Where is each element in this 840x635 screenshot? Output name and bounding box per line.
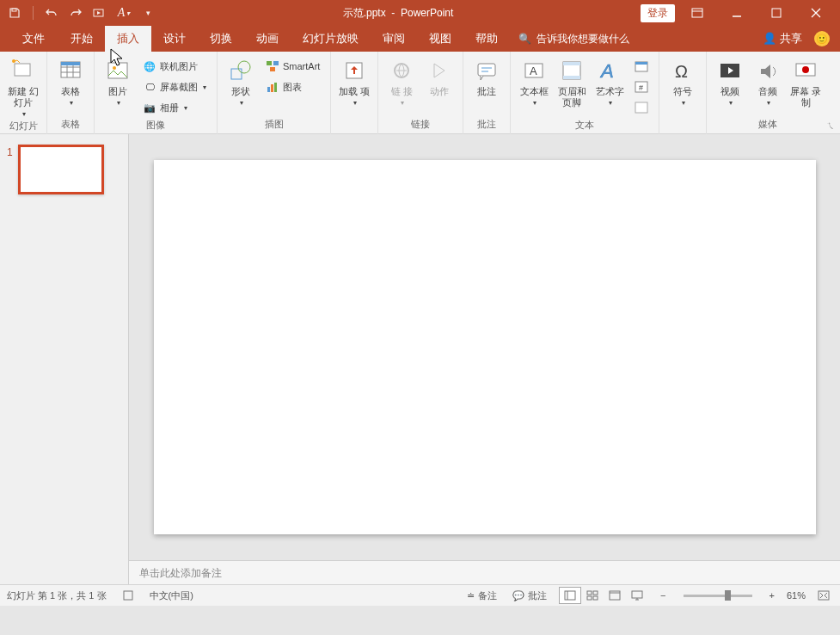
slide-sorter-view-button[interactable] bbox=[581, 587, 604, 604]
svg-rect-10 bbox=[231, 69, 242, 79]
tell-me-search[interactable]: 🔍告诉我你想要做什么 bbox=[510, 32, 629, 46]
tab-design[interactable]: 设计 bbox=[151, 26, 198, 52]
svg-point-5 bbox=[12, 59, 15, 63]
start-from-beginning-icon[interactable] bbox=[92, 5, 107, 21]
svg-rect-3 bbox=[772, 9, 781, 17]
screenshot-button[interactable]: 🖵屏幕截图▾ bbox=[139, 77, 210, 96]
titlebar-right: 登录 bbox=[641, 0, 840, 26]
chart-button[interactable]: 图表 bbox=[262, 77, 323, 96]
group-symbols: Ω符号▾ bbox=[659, 52, 707, 134]
tab-review[interactable]: 审阅 bbox=[371, 26, 417, 52]
group-text: A文本框▾ 页眉和页脚 A艺术字▾ # 文本 bbox=[511, 52, 659, 134]
wordart-button[interactable]: A艺术字▾ bbox=[592, 55, 628, 108]
slide-thumbnail-panel: 1 bbox=[0, 134, 129, 584]
slide-thumbnail-1[interactable] bbox=[18, 145, 104, 194]
comments-toggle-button[interactable]: 💬 批注 bbox=[509, 588, 550, 604]
svg-rect-16 bbox=[271, 84, 273, 92]
date-time-button[interactable] bbox=[631, 57, 652, 76]
album-button[interactable]: 📷相册▾ bbox=[139, 98, 210, 117]
svg-rect-0 bbox=[12, 9, 16, 11]
symbol-button[interactable]: Ω符号▾ bbox=[665, 55, 701, 108]
chart-icon bbox=[266, 80, 279, 94]
screenshot-icon: 🖵 bbox=[143, 80, 156, 94]
shapes-button[interactable]: 形状▾ bbox=[223, 55, 259, 108]
spell-check-button[interactable] bbox=[119, 588, 138, 603]
group-images: 图片▾ 🌐联机图片 🖵屏幕截图▾ 📷相册▾ 图像 bbox=[95, 52, 218, 134]
object-icon bbox=[635, 101, 648, 114]
minimize-button[interactable] bbox=[720, 0, 754, 26]
group-links: 链 接▾ 动作 链接 bbox=[378, 52, 463, 134]
zoom-in-button[interactable]: + bbox=[766, 589, 778, 602]
tab-transitions[interactable]: 切换 bbox=[198, 26, 244, 52]
svg-rect-2 bbox=[692, 9, 702, 17]
new-slide-button[interactable]: 新建 幻灯片▾ bbox=[5, 55, 41, 120]
share-button[interactable]: 👤 共享 bbox=[763, 31, 802, 46]
group-tables: 表格▾ 表格 bbox=[47, 52, 95, 134]
action-button[interactable]: 动作 bbox=[421, 55, 457, 99]
login-button[interactable]: 登录 bbox=[641, 4, 675, 22]
save-icon[interactable] bbox=[7, 5, 22, 21]
svg-text:Ω: Ω bbox=[675, 62, 688, 81]
table-button[interactable]: 表格▾ bbox=[52, 55, 89, 108]
redo-icon[interactable] bbox=[68, 5, 83, 21]
screen-recording-button[interactable]: 屏幕 录制 bbox=[788, 55, 824, 110]
qat-customize-icon[interactable]: ▾ bbox=[140, 5, 156, 21]
svg-text:#: # bbox=[639, 83, 643, 92]
language-label[interactable]: 中文(中国) bbox=[150, 589, 193, 602]
textbox-button[interactable]: A文本框▾ bbox=[516, 55, 552, 108]
svg-point-35 bbox=[802, 66, 809, 73]
tab-help[interactable]: 帮助 bbox=[463, 26, 510, 52]
addins-button[interactable]: 加载 项▾ bbox=[336, 55, 372, 108]
svg-rect-39 bbox=[593, 591, 598, 595]
svg-rect-13 bbox=[273, 61, 279, 65]
svg-rect-37 bbox=[565, 591, 575, 600]
collapse-ribbon-icon[interactable]: ㄟ bbox=[826, 120, 835, 132]
smartart-button[interactable]: SmartArt bbox=[262, 57, 323, 76]
tab-home[interactable]: 开始 bbox=[58, 26, 105, 52]
ribbon-display-options-icon[interactable] bbox=[680, 0, 714, 26]
picture-button[interactable]: 图片▾ bbox=[100, 55, 136, 108]
online-pictures-button[interactable]: 🌐联机图片 bbox=[139, 57, 210, 76]
window-title: 示范.pptx - PowerPoint bbox=[156, 6, 641, 21]
tab-insert[interactable]: 插入 bbox=[105, 26, 151, 52]
svg-rect-12 bbox=[267, 61, 272, 65]
close-button[interactable] bbox=[799, 0, 833, 26]
tab-file[interactable]: 文件 bbox=[9, 26, 58, 52]
svg-rect-20 bbox=[478, 64, 495, 76]
feedback-icon[interactable]: 🙂 bbox=[814, 31, 830, 46]
slide-canvas[interactable] bbox=[154, 160, 816, 534]
link-button[interactable]: 链 接▾ bbox=[383, 55, 420, 108]
undo-icon[interactable] bbox=[44, 5, 59, 21]
statusbar: 幻灯片 第 1 张，共 1 张 中文(中国) ≐ 备注 💬 批注 − + 61% bbox=[0, 584, 840, 606]
normal-view-button[interactable] bbox=[559, 587, 581, 604]
album-icon: 📷 bbox=[143, 101, 156, 114]
titlebar: A▾ ▾ 示范.pptx - PowerPoint 登录 bbox=[0, 0, 840, 26]
font-icon[interactable]: A▾ bbox=[116, 5, 132, 21]
audio-button[interactable]: 音频▾ bbox=[750, 55, 786, 108]
zoom-percent-label[interactable]: 61% bbox=[787, 590, 806, 601]
object-button[interactable] bbox=[631, 98, 652, 117]
tab-view[interactable]: 视图 bbox=[417, 26, 463, 52]
ribbon-tabs: 文件 开始 插入 设计 切换 动画 幻灯片放映 审阅 视图 帮助 🔍告诉我你想要… bbox=[0, 26, 840, 52]
notes-toggle-button[interactable]: ≐ 备注 bbox=[463, 588, 500, 604]
tab-animations[interactable]: 动画 bbox=[244, 26, 291, 52]
search-icon: 🔍 bbox=[518, 33, 531, 45]
fit-to-window-button[interactable] bbox=[814, 589, 833, 602]
group-media: 视频▾ 音频▾ 屏幕 录制 媒体 bbox=[707, 52, 829, 134]
date-time-icon bbox=[635, 59, 648, 73]
header-footer-button[interactable]: 页眉和页脚 bbox=[554, 55, 590, 110]
maximize-button[interactable] bbox=[759, 0, 794, 26]
smartart-icon bbox=[266, 59, 279, 73]
reading-view-button[interactable] bbox=[604, 587, 626, 604]
zoom-out-button[interactable]: − bbox=[657, 589, 669, 602]
slide-number-button[interactable]: # bbox=[631, 77, 652, 96]
notes-pane[interactable]: 单击此处添加备注 bbox=[129, 560, 840, 584]
tab-slideshow[interactable]: 幻灯片放映 bbox=[291, 26, 371, 52]
svg-rect-7 bbox=[61, 62, 80, 65]
slideshow-view-button[interactable] bbox=[626, 587, 648, 604]
zoom-slider[interactable] bbox=[684, 595, 752, 597]
video-button[interactable]: 视频▾ bbox=[712, 55, 748, 108]
svg-rect-17 bbox=[274, 83, 277, 92]
svg-rect-8 bbox=[108, 63, 127, 78]
comment-button[interactable]: 批注 bbox=[469, 55, 505, 99]
